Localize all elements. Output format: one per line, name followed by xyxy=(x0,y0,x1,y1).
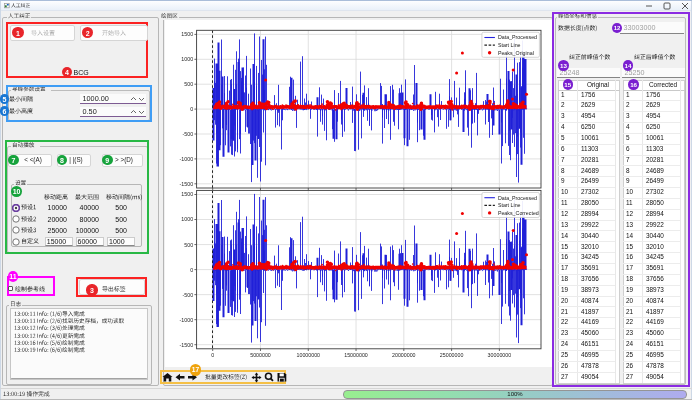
svg-text:-500: -500 xyxy=(182,292,193,298)
svg-text:0: 0 xyxy=(190,106,193,112)
svg-text:Data_Processed: Data_Processed xyxy=(498,34,537,40)
svg-text:0: 0 xyxy=(211,352,214,358)
svg-text:-1500: -1500 xyxy=(180,342,194,348)
svg-text:-1500: -1500 xyxy=(180,181,194,187)
svg-text:1000: 1000 xyxy=(181,216,193,222)
svg-text:-1000: -1000 xyxy=(180,156,194,162)
svg-text:500: 500 xyxy=(184,242,193,248)
svg-text:Peaks_Corrected: Peaks_Corrected xyxy=(498,210,539,216)
svg-text:-500: -500 xyxy=(182,131,193,137)
svg-text:1500: 1500 xyxy=(181,191,193,197)
svg-text:10000000: 10000000 xyxy=(297,352,321,358)
svg-text:Start Line: Start Line xyxy=(498,202,521,208)
svg-text:1500: 1500 xyxy=(181,31,193,37)
svg-text:Peaks_Original: Peaks_Original xyxy=(498,50,534,56)
svg-text:Data_Processed: Data_Processed xyxy=(498,195,537,201)
svg-text:1000: 1000 xyxy=(181,56,193,62)
svg-text:0: 0 xyxy=(190,267,193,273)
svg-text:500: 500 xyxy=(184,81,193,87)
svg-text:30000000: 30000000 xyxy=(488,352,512,358)
svg-text:15000000: 15000000 xyxy=(344,352,368,358)
svg-text:Start Line: Start Line xyxy=(498,42,521,48)
svg-text:-1000: -1000 xyxy=(180,317,194,323)
svg-text:5000000: 5000000 xyxy=(250,352,271,358)
svg-text:25000000: 25000000 xyxy=(440,352,464,358)
svg-text:20000000: 20000000 xyxy=(392,352,416,358)
